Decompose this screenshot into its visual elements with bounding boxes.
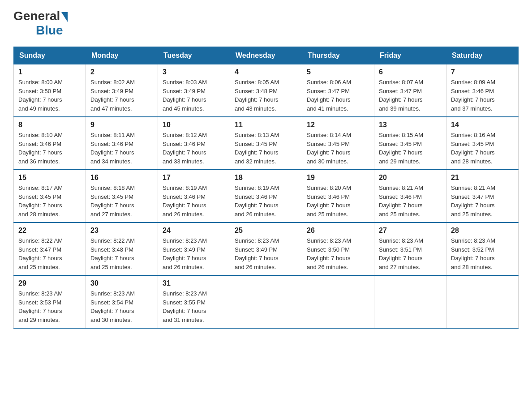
day-number: 15 <box>18 174 81 182</box>
day-number: 5 <box>307 68 369 76</box>
calendar-cell <box>374 275 446 328</box>
day-info: Sunrise: 8:23 AMSunset: 3:49 PMDaylight:… <box>163 236 225 271</box>
calendar-cell <box>230 275 302 328</box>
calendar-cell: 23 Sunrise: 8:22 AMSunset: 3:48 PMDaylig… <box>86 223 158 275</box>
day-number: 6 <box>379 68 442 76</box>
calendar-cell: 19 Sunrise: 8:20 AMSunset: 3:46 PMDaylig… <box>302 170 374 223</box>
calendar-cell: 13 Sunrise: 8:15 AMSunset: 3:45 PMDaylig… <box>374 117 446 170</box>
calendar-cell: 11 Sunrise: 8:13 AMSunset: 3:45 PMDaylig… <box>230 117 302 170</box>
page-header: General Blue <box>13 9 519 38</box>
day-info: Sunrise: 8:11 AMSunset: 3:46 PMDaylight:… <box>90 131 153 166</box>
calendar-cell: 29 Sunrise: 8:23 AMSunset: 3:53 PMDaylig… <box>14 275 86 328</box>
day-number: 10 <box>163 121 225 129</box>
calendar-cell: 28 Sunrise: 8:23 AMSunset: 3:52 PMDaylig… <box>446 223 519 275</box>
day-number: 12 <box>307 121 369 129</box>
calendar-table: SundayMondayTuesdayWednesdayThursdayFrid… <box>13 47 519 329</box>
day-info: Sunrise: 8:23 AMSunset: 3:54 PMDaylight:… <box>90 289 153 324</box>
day-info: Sunrise: 8:21 AMSunset: 3:47 PMDaylight:… <box>451 184 514 218</box>
day-number: 11 <box>235 121 297 129</box>
header-monday: Monday <box>86 47 158 64</box>
day-number: 22 <box>18 227 81 235</box>
calendar-week-row: 8 Sunrise: 8:10 AMSunset: 3:46 PMDayligh… <box>14 117 519 170</box>
calendar-cell: 31 Sunrise: 8:23 AMSunset: 3:55 PMDaylig… <box>158 275 230 328</box>
day-info: Sunrise: 8:15 AMSunset: 3:45 PMDaylight:… <box>379 131 442 166</box>
day-number: 2 <box>90 68 153 76</box>
calendar-cell: 18 Sunrise: 8:19 AMSunset: 3:46 PMDaylig… <box>230 170 302 223</box>
calendar-cell: 10 Sunrise: 8:12 AMSunset: 3:46 PMDaylig… <box>158 117 230 170</box>
day-info: Sunrise: 8:00 AMSunset: 3:50 PMDaylight:… <box>18 78 81 113</box>
day-number: 26 <box>307 227 369 235</box>
day-number: 18 <box>235 174 297 182</box>
day-number: 17 <box>163 174 225 182</box>
calendar-cell: 20 Sunrise: 8:21 AMSunset: 3:46 PMDaylig… <box>374 170 446 223</box>
header-wednesday: Wednesday <box>230 47 302 64</box>
day-number: 4 <box>235 68 297 76</box>
calendar-cell: 15 Sunrise: 8:17 AMSunset: 3:45 PMDaylig… <box>14 170 86 223</box>
day-info: Sunrise: 8:05 AMSunset: 3:48 PMDaylight:… <box>235 78 297 113</box>
day-info: Sunrise: 8:19 AMSunset: 3:46 PMDaylight:… <box>235 184 297 218</box>
day-info: Sunrise: 8:23 AMSunset: 3:50 PMDaylight:… <box>307 236 369 271</box>
calendar-cell: 1 Sunrise: 8:00 AMSunset: 3:50 PMDayligh… <box>14 64 86 117</box>
day-number: 24 <box>163 227 225 235</box>
calendar-cell: 14 Sunrise: 8:16 AMSunset: 3:45 PMDaylig… <box>446 117 519 170</box>
day-info: Sunrise: 8:06 AMSunset: 3:47 PMDaylight:… <box>307 78 369 113</box>
calendar-cell: 26 Sunrise: 8:23 AMSunset: 3:50 PMDaylig… <box>302 223 374 275</box>
day-number: 1 <box>18 68 81 76</box>
day-info: Sunrise: 8:22 AMSunset: 3:47 PMDaylight:… <box>18 236 81 271</box>
day-number: 20 <box>379 174 442 182</box>
day-info: Sunrise: 8:20 AMSunset: 3:46 PMDaylight:… <box>307 184 369 218</box>
day-info: Sunrise: 8:13 AMSunset: 3:45 PMDaylight:… <box>235 131 297 166</box>
day-info: Sunrise: 8:16 AMSunset: 3:45 PMDaylight:… <box>451 131 514 166</box>
day-number: 31 <box>163 279 225 287</box>
day-number: 29 <box>18 279 81 287</box>
logo-blue-text: Blue <box>36 23 63 38</box>
calendar-cell: 2 Sunrise: 8:02 AMSunset: 3:49 PMDayligh… <box>86 64 158 117</box>
day-number: 3 <box>163 68 225 76</box>
header-friday: Friday <box>374 47 446 64</box>
day-number: 8 <box>18 121 81 129</box>
calendar-cell: 21 Sunrise: 8:21 AMSunset: 3:47 PMDaylig… <box>446 170 519 223</box>
calendar-cell: 9 Sunrise: 8:11 AMSunset: 3:46 PMDayligh… <box>86 117 158 170</box>
day-info: Sunrise: 8:10 AMSunset: 3:46 PMDaylight:… <box>18 131 81 166</box>
calendar-cell: 25 Sunrise: 8:23 AMSunset: 3:49 PMDaylig… <box>230 223 302 275</box>
day-number: 21 <box>451 174 514 182</box>
logo-general-text: General <box>13 9 60 23</box>
day-info: Sunrise: 8:23 AMSunset: 3:51 PMDaylight:… <box>379 236 442 271</box>
header-saturday: Saturday <box>446 47 519 64</box>
calendar-cell: 16 Sunrise: 8:18 AMSunset: 3:45 PMDaylig… <box>86 170 158 223</box>
header-thursday: Thursday <box>302 47 374 64</box>
calendar-cell: 12 Sunrise: 8:14 AMSunset: 3:45 PMDaylig… <box>302 117 374 170</box>
day-info: Sunrise: 8:14 AMSunset: 3:45 PMDaylight:… <box>307 131 369 166</box>
day-info: Sunrise: 8:18 AMSunset: 3:45 PMDaylight:… <box>90 184 153 218</box>
header-sunday: Sunday <box>14 47 86 64</box>
calendar-cell: 5 Sunrise: 8:06 AMSunset: 3:47 PMDayligh… <box>302 64 374 117</box>
day-number: 23 <box>90 227 153 235</box>
logo-arrow-icon <box>61 12 68 22</box>
day-info: Sunrise: 8:23 AMSunset: 3:55 PMDaylight:… <box>163 289 225 324</box>
day-number: 7 <box>451 68 514 76</box>
day-number: 19 <box>307 174 369 182</box>
day-number: 13 <box>379 121 442 129</box>
calendar-cell: 6 Sunrise: 8:07 AMSunset: 3:47 PMDayligh… <box>374 64 446 117</box>
day-info: Sunrise: 8:23 AMSunset: 3:53 PMDaylight:… <box>18 289 81 324</box>
calendar-cell: 8 Sunrise: 8:10 AMSunset: 3:46 PMDayligh… <box>14 117 86 170</box>
day-info: Sunrise: 8:07 AMSunset: 3:47 PMDaylight:… <box>379 78 442 113</box>
day-info: Sunrise: 8:03 AMSunset: 3:49 PMDaylight:… <box>163 78 225 113</box>
calendar-cell: 3 Sunrise: 8:03 AMSunset: 3:49 PMDayligh… <box>158 64 230 117</box>
day-info: Sunrise: 8:17 AMSunset: 3:45 PMDaylight:… <box>18 184 81 218</box>
calendar-cell <box>302 275 374 328</box>
calendar-week-row: 15 Sunrise: 8:17 AMSunset: 3:45 PMDaylig… <box>14 170 519 223</box>
calendar-week-row: 29 Sunrise: 8:23 AMSunset: 3:53 PMDaylig… <box>14 275 519 328</box>
day-info: Sunrise: 8:19 AMSunset: 3:46 PMDaylight:… <box>163 184 225 218</box>
day-number: 16 <box>90 174 153 182</box>
day-info: Sunrise: 8:23 AMSunset: 3:52 PMDaylight:… <box>451 236 514 271</box>
day-number: 25 <box>235 227 297 235</box>
calendar-cell <box>446 275 519 328</box>
header-tuesday: Tuesday <box>158 47 230 64</box>
day-info: Sunrise: 8:23 AMSunset: 3:49 PMDaylight:… <box>235 236 297 271</box>
calendar-cell: 30 Sunrise: 8:23 AMSunset: 3:54 PMDaylig… <box>86 275 158 328</box>
calendar-cell: 22 Sunrise: 8:22 AMSunset: 3:47 PMDaylig… <box>14 223 86 275</box>
day-number: 27 <box>379 227 442 235</box>
day-info: Sunrise: 8:09 AMSunset: 3:46 PMDaylight:… <box>451 78 514 113</box>
logo: General Blue <box>13 9 68 38</box>
